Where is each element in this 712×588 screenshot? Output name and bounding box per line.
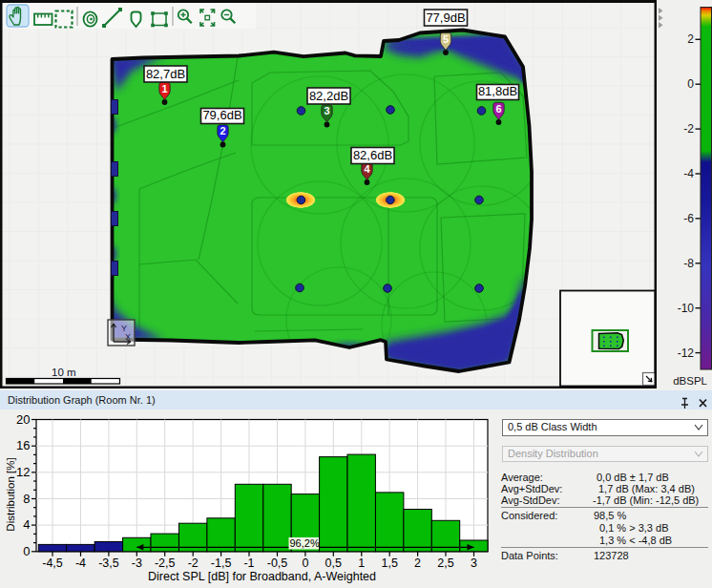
svg-text:dBSPL: dBSPL <box>673 375 707 387</box>
svg-text:-4: -4 <box>75 556 86 570</box>
svg-text:8: 8 <box>23 492 30 506</box>
svg-text:3: 3 <box>324 105 329 116</box>
svg-text:1: 1 <box>161 83 167 94</box>
svg-text:2,5: 2,5 <box>437 556 453 570</box>
svg-text:79,6dB: 79,6dB <box>202 108 241 122</box>
svg-text:-2: -2 <box>683 122 694 136</box>
svg-text:10 m: 10 m <box>52 367 76 378</box>
svg-text:77,9dB: 77,9dB <box>426 10 465 25</box>
svg-text:-2,5: -2,5 <box>155 556 176 570</box>
svg-text:Direct SPL [dB] for Broadband,: Direct SPL [dB] for Broadband, A-Weighte… <box>148 570 376 583</box>
svg-text:-8: -8 <box>683 257 694 270</box>
svg-text:82,7dB: 82,7dB <box>146 67 185 81</box>
svg-text:-2: -2 <box>188 556 199 570</box>
svg-text:96,2%: 96,2% <box>290 537 320 549</box>
svg-text:-3,5: -3,5 <box>98 556 119 570</box>
svg-text:5: 5 <box>443 33 449 45</box>
svg-text:0: 0 <box>23 544 30 558</box>
svg-text:0: 0 <box>302 556 308 570</box>
svg-text:-0,5: -0,5 <box>267 556 288 570</box>
svg-text:6: 6 <box>495 103 501 115</box>
svg-text:81,8dB: 81,8dB <box>478 84 517 98</box>
svg-text:12: 12 <box>16 465 30 479</box>
svg-text:0: 0 <box>687 77 694 91</box>
svg-text:-4,5: -4,5 <box>42 556 63 570</box>
svg-text:-6: -6 <box>683 212 694 225</box>
svg-text:1: 1 <box>358 556 365 570</box>
svg-text:3: 3 <box>471 556 477 570</box>
svg-text:-1,5: -1,5 <box>211 556 232 570</box>
svg-text:2: 2 <box>414 556 421 570</box>
svg-text:4: 4 <box>364 163 370 175</box>
svg-text:-4: -4 <box>683 167 694 180</box>
svg-text:0,5: 0,5 <box>325 556 342 570</box>
svg-text:20: 20 <box>16 412 30 427</box>
svg-text:16: 16 <box>16 438 30 452</box>
svg-text:4: 4 <box>23 517 30 532</box>
svg-text:82,2dB: 82,2dB <box>309 89 348 103</box>
svg-text:-3: -3 <box>132 556 142 570</box>
svg-text:1,5: 1,5 <box>382 556 398 570</box>
svg-text:-10: -10 <box>678 302 695 315</box>
svg-text:2: 2 <box>687 32 694 46</box>
svg-text:2: 2 <box>220 125 225 136</box>
svg-text:-1: -1 <box>243 556 254 570</box>
svg-text:-12: -12 <box>678 346 695 360</box>
svg-text:Distribution [%]: Distribution [%] <box>5 457 16 531</box>
svg-text:82,6dB: 82,6dB <box>353 148 392 162</box>
svg-text:X: X <box>125 332 131 342</box>
